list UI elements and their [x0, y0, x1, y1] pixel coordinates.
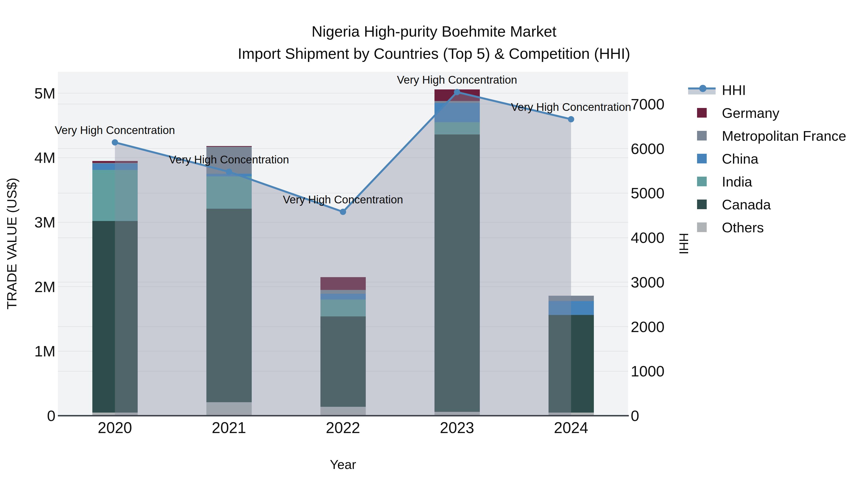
x-tick-2021: 2021: [181, 419, 277, 437]
y-left-tick-4M: 4M: [0, 149, 56, 166]
y-right-tick-1000: 1000: [631, 362, 703, 380]
x-tick-2022: 2022: [295, 419, 391, 437]
annotation-2020: Very High Concentration: [55, 124, 175, 137]
annotation-2021: Very High Concentration: [169, 153, 289, 166]
legend-square-icon: [697, 199, 707, 209]
legend-swatch: [687, 216, 717, 238]
legend-square-icon: [697, 222, 707, 232]
legend-label: Canada: [722, 196, 771, 213]
y-right-tick-2000: 2000: [631, 318, 703, 335]
annotation-2022: Very High Concentration: [283, 193, 403, 206]
hhi-marker-2022[interactable]: [340, 209, 346, 215]
y-left-tick-5M: 5M: [0, 85, 56, 102]
legend-item-metropolitan-france[interactable]: Metropolitan France: [687, 124, 846, 147]
chart-title-line2: Import Shipment by Countries (Top 5) & C…: [0, 42, 868, 65]
legend-item-india[interactable]: India: [687, 170, 752, 193]
legend-square-icon: [697, 131, 707, 140]
y-right-tick-0: 0: [631, 407, 703, 424]
hhi-marker-2023[interactable]: [454, 89, 460, 95]
legend-square-icon: [697, 177, 707, 186]
legend-line-symbol: [687, 78, 717, 101]
x-tick-2023: 2023: [409, 419, 505, 437]
x-axis-line: [58, 415, 629, 416]
hhi-marker-2024[interactable]: [568, 116, 574, 123]
chart-title-line1: Nigeria High-purity Boehmite Market: [0, 20, 868, 42]
legend-item-china[interactable]: China: [687, 147, 758, 170]
legend-square-icon: [697, 108, 707, 118]
legend-item-hhi[interactable]: HHI: [687, 78, 746, 101]
annotation-2024: Very High Concentration: [511, 100, 631, 113]
legend-item-germany[interactable]: Germany: [687, 101, 779, 124]
legend-label: Metropolitan France: [722, 128, 846, 144]
legend-label: Others: [722, 219, 764, 235]
legend-swatch: [687, 124, 717, 147]
x-tick-2020: 2020: [67, 419, 163, 437]
y-left-tick-0: 0: [0, 407, 56, 424]
hhi-marker-2020[interactable]: [112, 139, 118, 145]
y-left-tick-1M: 1M: [0, 343, 56, 360]
legend-label: China: [722, 151, 758, 167]
plot-area: Very High ConcentrationVery High Concent…: [58, 72, 628, 416]
legend-marker-dot-icon: [699, 85, 707, 92]
y-left-axis-title: TRADE VALUE (US$): [4, 178, 20, 310]
legend-item-others[interactable]: Others: [687, 216, 764, 238]
hhi-area-fill: [115, 92, 571, 416]
x-tick-2024: 2024: [523, 419, 619, 437]
figure: Nigeria High-purity Boehmite Market Impo…: [0, 0, 868, 488]
legend-square-icon: [697, 154, 707, 163]
legend-item-canada[interactable]: Canada: [687, 193, 771, 216]
legend-label: Germany: [722, 105, 779, 121]
legend-swatch: [687, 101, 717, 124]
legend-swatch: [687, 147, 717, 170]
legend-swatch: [687, 170, 717, 193]
y-right-tick-3000: 3000: [631, 273, 703, 291]
x-axis-title: Year: [58, 457, 628, 472]
chart-title: Nigeria High-purity Boehmite Market Impo…: [0, 20, 868, 65]
legend-label: HHI: [722, 82, 746, 98]
legend-label: India: [722, 173, 752, 190]
annotation-2023: Very High Concentration: [397, 73, 517, 86]
legend-swatch: [687, 193, 717, 216]
hhi-marker-2021[interactable]: [226, 169, 232, 175]
